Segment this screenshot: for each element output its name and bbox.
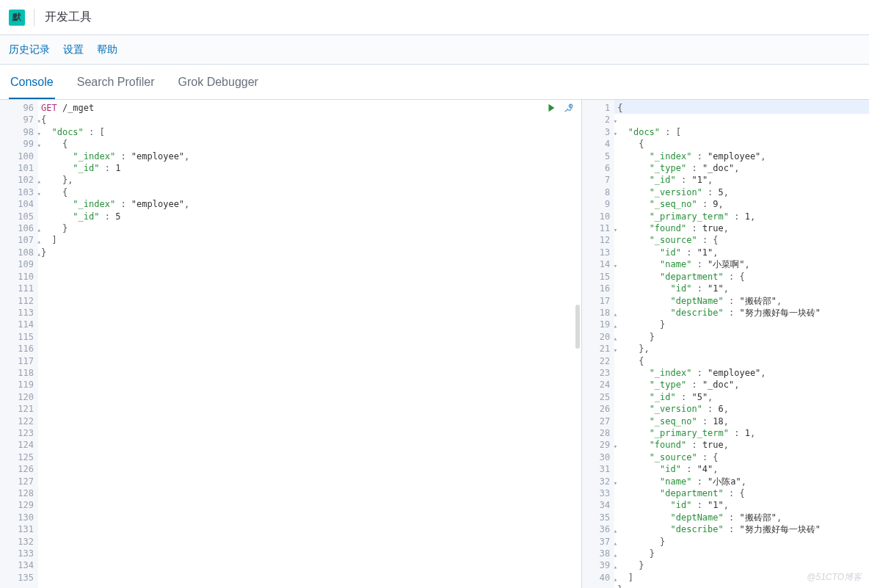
request-editor[interactable]: GET /_mget { "docs" : [ { "_index" : "em… [38, 100, 581, 588]
app-header: 默 开发工具 [0, 0, 869, 35]
sub-nav: 历史记录 设置 帮助 [0, 35, 869, 65]
request-pane[interactable]: 9697▾98▾99▾100101102▴103▾104105106▴107▴1… [0, 100, 582, 588]
play-icon[interactable] [546, 103, 556, 113]
wrench-icon[interactable] [564, 103, 574, 113]
nav-history[interactable]: 历史记录 [9, 43, 50, 57]
tab-grok-debugger[interactable]: Grok Debugger [177, 68, 260, 99]
response-viewer[interactable]: { "docs" : [ { "_index" : "employee", "_… [614, 100, 869, 588]
nav-help[interactable]: 帮助 [97, 43, 117, 57]
scroll-indicator[interactable] [575, 305, 580, 349]
app-title: 开发工具 [45, 10, 92, 25]
nav-settings[interactable]: 设置 [63, 43, 84, 57]
app-logo[interactable]: 默 [9, 10, 25, 26]
console-panes: 9697▾98▾99▾100101102▴103▾104105106▴107▴1… [0, 100, 869, 588]
tab-search-profiler[interactable]: Search Profiler [76, 68, 156, 99]
response-pane[interactable]: 1▾2▾3▾4567891011▾121314▾15161718▴19▴20▴2… [582, 100, 869, 588]
tab-console[interactable]: Console [9, 68, 55, 99]
request-gutter: 9697▾98▾99▾100101102▴103▾104105106▴107▴1… [0, 100, 38, 588]
divider [34, 9, 34, 26]
watermark: @51CTO博客 [807, 571, 862, 584]
request-actions [546, 103, 574, 113]
tabs: Console Search Profiler Grok Debugger [0, 65, 869, 100]
response-gutter: 1▾2▾3▾4567891011▾121314▾15161718▴19▴20▴2… [582, 100, 614, 588]
